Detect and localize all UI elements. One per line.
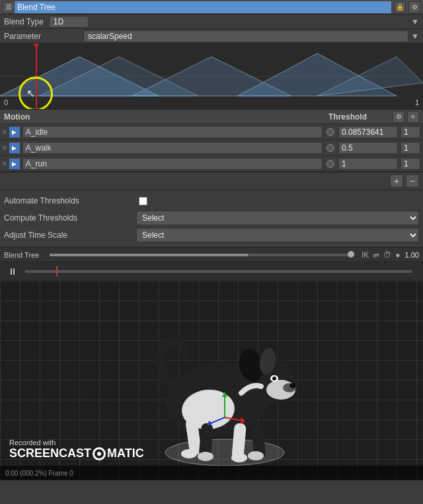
- svg-point-24: [231, 453, 247, 462]
- motion-name-input-3[interactable]: [22, 158, 323, 170]
- motion-name-input-1[interactable]: [22, 126, 323, 138]
- threshold-menu-icon[interactable]: ≡: [407, 111, 419, 123]
- playback-row: ⏸: [0, 262, 423, 281]
- timeline-track-fill: [50, 254, 248, 256]
- motion-number-input-3[interactable]: [401, 158, 420, 170]
- motion-dot-3[interactable]: [327, 160, 334, 168]
- svg-marker-31: [241, 417, 245, 424]
- remove-motion-button[interactable]: −: [406, 174, 419, 188]
- motion-number-input-2[interactable]: [401, 142, 420, 154]
- header-bar: ☰ 🔒 ⚙: [0, 0, 423, 15]
- blend-graph: ↖ 0 1: [0, 44, 423, 110]
- motion-column-header: Motion: [4, 112, 308, 122]
- timeline-icon-2[interactable]: ⏱: [383, 250, 391, 260]
- watermark: Recorded with SCREENCAST MATIC: [9, 439, 144, 460]
- blend-type-label: Blend Type: [4, 17, 44, 26]
- cursor-indicator: ↖: [26, 87, 35, 100]
- lock-icon[interactable]: 🔒: [394, 1, 406, 13]
- clip-icon-3: ▶: [9, 159, 20, 169]
- threshold-input-2[interactable]: [338, 142, 398, 154]
- brand-circle-inner: [97, 452, 101, 456]
- 3d-viewport[interactable]: Recorded with SCREENCAST MATIC 0:00 (000…: [0, 281, 423, 480]
- threshold-input-3[interactable]: [338, 158, 398, 170]
- playback-marker: [56, 266, 58, 277]
- blend-type-input[interactable]: [49, 16, 89, 28]
- automate-thresholds-label: Automate Thresholds: [4, 196, 136, 205]
- bottom-bar: 0:00 (000.2%) Frame 0: [0, 466, 423, 480]
- graph-label-left: 0: [4, 98, 8, 106]
- compute-thresholds-row: Compute Thresholds Select: [4, 210, 419, 226]
- settings-icon[interactable]: ⚙: [408, 1, 420, 13]
- settings-section: Automate Thresholds Compute Thresholds S…: [0, 190, 423, 248]
- svg-marker-33: [208, 421, 213, 426]
- clip-icon-2: ▶: [9, 143, 20, 153]
- timeline-track[interactable]: [50, 254, 354, 256]
- timeline-icon-dot: ●: [395, 250, 400, 260]
- recorded-with-text: Recorded with: [9, 439, 144, 447]
- parameter-arrow[interactable]: ▼: [411, 32, 419, 41]
- timeline-icon-1[interactable]: ⇌: [373, 250, 379, 260]
- adjust-time-scale-row: Adjust Time Scale Select: [4, 227, 419, 243]
- timeline-value: 1.00: [405, 251, 419, 259]
- automate-thresholds-checkbox[interactable]: [139, 197, 147, 205]
- svg-line-30: [225, 417, 243, 421]
- timeline-playhead: [348, 251, 354, 258]
- frame-info: 0:00 (000.2%) Frame 0: [5, 470, 73, 477]
- adjust-time-scale-label: Adjust Time Scale: [4, 231, 136, 240]
- svg-point-17: [272, 377, 276, 380]
- blend-type-row: Blend Type ▼: [0, 15, 423, 29]
- blend-type-arrow[interactable]: ▼: [411, 17, 419, 26]
- motion-dot-2[interactable]: [327, 144, 334, 152]
- svg-line-32: [210, 417, 225, 423]
- motion-number-input-1[interactable]: [401, 126, 420, 138]
- timeline-bar: Blend Tree IK ⇌ ⏱ ● 1.00: [0, 248, 423, 262]
- table-row: ≡ ▶: [0, 140, 423, 156]
- motion-table-header: Motion Threshold ⚙ ≡: [0, 110, 423, 124]
- axis-arrows: [205, 388, 245, 427]
- motion-name-input-2[interactable]: [22, 142, 323, 154]
- brand-circle-icon: [93, 447, 106, 460]
- parameter-row: Parameter ▼: [0, 29, 423, 44]
- brand-text: SCREENCAST: [9, 447, 91, 460]
- table-row: ≡ ▶: [0, 156, 423, 172]
- graph-label-right: 1: [415, 98, 419, 106]
- clip-icon-1: ▶: [9, 127, 20, 137]
- add-motion-button[interactable]: +: [390, 174, 403, 188]
- ik-label: IK: [362, 250, 369, 260]
- svg-point-25: [248, 451, 264, 460]
- brand-logo: SCREENCAST MATIC: [9, 447, 144, 460]
- threshold-input-1[interactable]: [338, 126, 398, 138]
- svg-marker-29: [222, 392, 227, 397]
- playback-timeline[interactable]: [25, 270, 412, 273]
- drag-handle-2[interactable]: ≡: [3, 144, 7, 151]
- adjust-time-scale-select[interactable]: Select: [136, 228, 419, 242]
- automate-thresholds-row: Automate Thresholds: [4, 193, 419, 209]
- drag-handle-1[interactable]: ≡: [3, 128, 7, 135]
- blend-tree-title[interactable]: [15, 1, 391, 13]
- compute-thresholds-label: Compute Thresholds: [4, 213, 136, 223]
- table-row: ≡ ▶: [0, 124, 423, 140]
- svg-point-27: [198, 452, 213, 461]
- timeline-blend-tree-label: Blend Tree: [4, 251, 39, 259]
- menu-icon[interactable]: ☰: [3, 1, 15, 13]
- drag-handle-3[interactable]: ≡: [3, 160, 7, 167]
- motion-dot-1[interactable]: [327, 128, 334, 136]
- svg-point-26: [181, 449, 197, 458]
- threshold-column-header: Threshold: [308, 112, 387, 122]
- parameter-label: Parameter: [4, 32, 83, 41]
- compute-thresholds-select[interactable]: Select: [136, 211, 419, 225]
- threshold-settings-icon[interactable]: ⚙: [393, 111, 404, 123]
- parameter-input[interactable]: [83, 30, 408, 42]
- add-remove-row: + −: [0, 172, 423, 190]
- brand-suffix: MATIC: [107, 447, 144, 460]
- pause-button[interactable]: ⏸: [5, 266, 20, 277]
- svg-point-15: [289, 383, 296, 388]
- motion-table: Motion Threshold ⚙ ≡ ≡ ▶ ≡ ▶ ≡ ▶: [0, 110, 423, 172]
